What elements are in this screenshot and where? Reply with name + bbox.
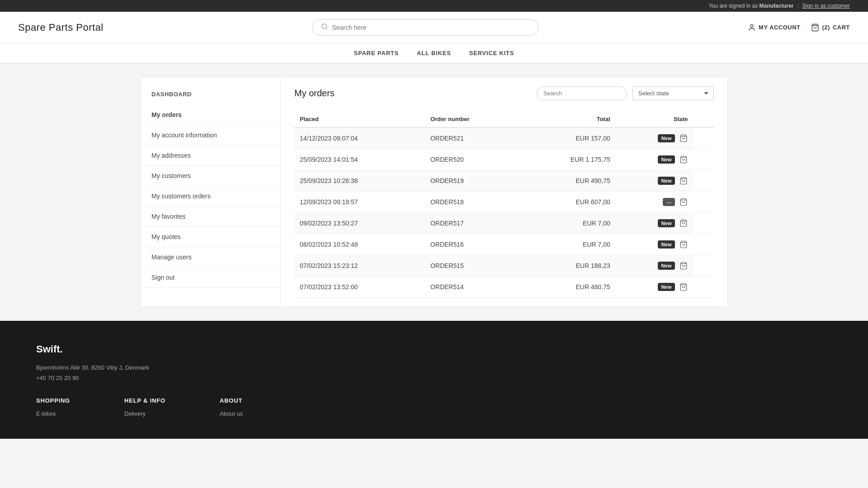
cell-state: New (616, 213, 693, 234)
table-row[interactable]: 25/09/2023 14:01:54 ORDER520 EUR 1.175,7… (294, 149, 714, 170)
cell-placed: 07/02/2023 13:52:00 (294, 277, 425, 298)
cell-order-number: ORDER520 (425, 149, 520, 170)
search-bar[interactable] (312, 19, 538, 36)
state-select[interactable]: Select state New Processing Completed (632, 86, 714, 100)
status-badge: New (658, 219, 675, 227)
cell-state: New (616, 234, 693, 255)
orders-search-input[interactable] (537, 86, 627, 100)
sidebar-section-title: My orders (141, 105, 280, 125)
cell-order-number: ORDER521 (425, 127, 520, 149)
orders-header: My orders Select state New Processing Co… (294, 86, 714, 100)
sidebar-item-quotes[interactable]: My quotes (141, 227, 280, 247)
table-row[interactable]: 07/02/2023 15:23:12 ORDER515 EUR 188,23 … (294, 255, 714, 277)
main-nav: SPARE PARTS ALL BIKES SERVICE KITS (0, 43, 868, 63)
footer-col-about: ABOUT About us (220, 397, 243, 421)
footer-col-about-item-0[interactable]: About us (220, 410, 243, 417)
cart-icon[interactable] (679, 219, 688, 227)
cart-count: (2) (822, 24, 830, 31)
orders-controls: Select state New Processing Completed (537, 86, 714, 100)
nav-all-bikes[interactable]: ALL BIKES (417, 50, 451, 56)
cell-placed: 25/09/2023 14:01:54 (294, 149, 425, 170)
status-badge-dash: — (663, 198, 675, 206)
footer-col-help-title: HELP & INFO (124, 397, 165, 404)
cart-icon[interactable] (679, 283, 688, 291)
svg-line-1 (326, 28, 328, 29)
cart-icon[interactable] (679, 240, 688, 249)
cell-placed: 14/12/2023 09:07:04 (294, 127, 425, 149)
status-badge: New (658, 134, 675, 142)
cell-state: New (616, 255, 693, 277)
orders-title: My orders (294, 88, 335, 99)
cell-state: — (616, 192, 693, 213)
cell-state: New (616, 277, 693, 298)
sidebar-item-account-info[interactable]: My account information (141, 125, 280, 145)
logo: Spare Parts Portal (18, 22, 104, 33)
cell-placed: 12/09/2023 09:19:57 (294, 192, 425, 213)
cart-label: CART (833, 24, 850, 31)
cell-state: New (616, 170, 693, 192)
search-icon (321, 23, 328, 32)
svg-point-2 (750, 24, 753, 27)
cell-total: EUR 157,00 (520, 127, 616, 149)
top-bar: You are signed in as Manufacturer | Sign… (0, 0, 868, 12)
sidebar-item-manage-users[interactable]: Manage users (141, 247, 280, 267)
account-icon (748, 23, 756, 32)
cell-state: New (616, 149, 693, 170)
cell-total: EUR 607,00 (520, 192, 616, 213)
cell-order-number: ORDER519 (425, 170, 520, 192)
cell-placed: 07/02/2023 15:23:12 (294, 255, 425, 277)
sidebar-item-favorites[interactable]: My favorites (141, 206, 280, 227)
table-row[interactable]: 12/09/2023 09:19:57 ORDER518 EUR 607,00 … (294, 192, 714, 213)
footer-col-shopping: SHOPPING E-bikes (36, 397, 70, 421)
table-row[interactable]: 07/02/2023 13:52:00 ORDER514 EUR 480,75 … (294, 277, 714, 298)
table-row[interactable]: 09/02/2023 13:50:27 ORDER517 EUR 7,00 Ne… (294, 213, 714, 234)
cell-total: EUR 1.175,75 (520, 149, 616, 170)
divider: | (797, 3, 798, 9)
search-input[interactable] (332, 24, 530, 31)
cart-icon[interactable] (679, 262, 688, 270)
nav-service-kits[interactable]: SERVICE KITS (469, 50, 514, 56)
svg-point-0 (322, 24, 327, 29)
status-badge: New (658, 262, 675, 270)
sidebar-item-customers-orders[interactable]: My customers orders (141, 186, 280, 206)
cart-icon[interactable] (679, 155, 688, 164)
signed-in-text: You are signed in as Manufacturer (709, 3, 794, 9)
cart-button[interactable]: (2) CART (811, 23, 850, 32)
footer-col-shopping-item-0[interactable]: E-bikes (36, 410, 70, 417)
cell-order-number: ORDER518 (425, 192, 520, 213)
footer-columns: SHOPPING E-bikes HELP & INFO Delivery AB… (36, 397, 832, 421)
table-row[interactable]: 08/02/2023 10:52:48 ORDER516 EUR 7,00 Ne… (294, 234, 714, 255)
orders-area: My orders Select state New Processing Co… (281, 77, 727, 307)
sidebar-item-customers[interactable]: My customers (141, 166, 280, 186)
cart-icon[interactable] (679, 198, 688, 206)
my-account-button[interactable]: MY ACCOUNT (748, 23, 800, 32)
footer-col-about-title: ABOUT (220, 397, 243, 404)
footer: Swift. Bjoernholms Allé 30, 8260 Viby J,… (0, 321, 868, 439)
col-total: Total (520, 111, 616, 127)
sign-in-as-customer-link[interactable]: Sign in as customer (802, 3, 850, 9)
cart-icon[interactable] (679, 177, 688, 185)
sidebar-item-sign-out[interactable]: Sign out (141, 267, 280, 288)
table-row[interactable]: 14/12/2023 09:07:04 ORDER521 EUR 157,00 … (294, 127, 714, 149)
footer-address: Bjoernholms Allé 30, 8260 Viby J, Denmar… (36, 362, 832, 384)
cell-placed: 25/09/2023 10:26:38 (294, 170, 425, 192)
table-row[interactable]: 25/09/2023 10:26:38 ORDER519 EUR 490,75 … (294, 170, 714, 192)
cell-placed: 09/02/2023 13:50:27 (294, 213, 425, 234)
sidebar-item-addresses[interactable]: My addresses (141, 145, 280, 166)
footer-col-help-item-0[interactable]: Delivery (124, 410, 165, 417)
status-badge: New (658, 240, 675, 249)
dashboard-label: Dashboard (141, 86, 280, 105)
orders-table: Placed Order number Total State 14/12/20… (294, 111, 714, 298)
cell-state: New (616, 127, 693, 149)
cart-icon[interactable] (679, 134, 688, 142)
main-content: Dashboard My orders My account informati… (140, 77, 728, 307)
cell-order-number: ORDER515 (425, 255, 520, 277)
cell-order-number: ORDER514 (425, 277, 520, 298)
nav-spare-parts[interactable]: SPARE PARTS (354, 50, 399, 56)
cell-total: EUR 7,00 (520, 234, 616, 255)
status-badge: New (658, 177, 675, 185)
cart-icon (811, 23, 819, 32)
header: Spare Parts Portal MY ACCOUNT (2) CART (0, 12, 868, 43)
cell-total: EUR 188,23 (520, 255, 616, 277)
col-placed: Placed (294, 111, 425, 127)
